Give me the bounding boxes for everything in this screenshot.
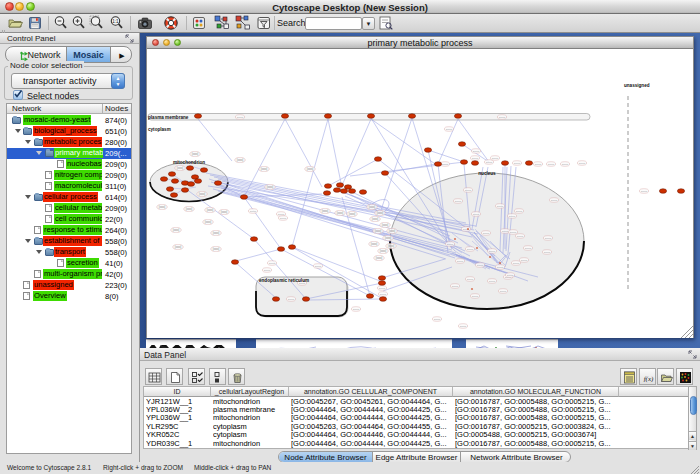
svg-text:[xxxx]: [xxxx] xyxy=(442,163,448,166)
svg-text:nucleus: nucleus xyxy=(478,171,496,176)
svg-text:[xxxx]: [xxxx] xyxy=(460,325,466,328)
svg-text:[xxxx]: [xxxx] xyxy=(525,247,531,250)
svg-text:[xxxx]: [xxxx] xyxy=(261,167,268,171)
svg-text:[xxxx]: [xxxx] xyxy=(517,235,523,238)
svg-text:[xxxx]: [xxxx] xyxy=(497,205,503,208)
svg-text:[xxxx]: [xxxx] xyxy=(551,199,557,202)
svg-text:[xxxx]: [xxxx] xyxy=(382,223,389,227)
svg-text:[xxxx]: [xxxx] xyxy=(380,249,387,253)
svg-text:[xxxx]: [xxxx] xyxy=(473,150,479,153)
svg-text:[xxxx]: [xxxx] xyxy=(213,247,220,251)
svg-text:[xxxx]: [xxxx] xyxy=(237,116,243,119)
svg-text:[xxxx]: [xxxx] xyxy=(465,189,471,192)
svg-text:[xxxx]: [xxxx] xyxy=(467,278,473,281)
svg-text:[xxxx]: [xxxx] xyxy=(486,161,492,164)
svg-text:[xxxx]: [xxxx] xyxy=(388,244,395,248)
svg-text:[xxxx]: [xxxx] xyxy=(221,210,228,214)
svg-text:[xxxx]: [xxxx] xyxy=(492,157,498,160)
svg-text:[xxxx]: [xxxx] xyxy=(372,217,379,221)
svg-text:[xxxx]: [xxxx] xyxy=(507,274,513,277)
svg-text:[xxxx]: [xxxx] xyxy=(173,228,180,232)
svg-text:[xxxx]: [xxxx] xyxy=(177,166,184,170)
svg-text:[xxxx]: [xxxx] xyxy=(267,185,274,189)
svg-text:[xxxx]: [xxxx] xyxy=(375,229,382,233)
svg-text:[xxxx]: [xxxx] xyxy=(353,308,359,311)
svg-text:[xxxx]: [xxxx] xyxy=(205,220,212,224)
svg-text:cytoplasm: cytoplasm xyxy=(148,127,171,132)
svg-text:[xxxx]: [xxxx] xyxy=(513,262,519,265)
svg-text:[xxxx]: [xxxx] xyxy=(457,260,463,263)
svg-text:[xxxx]: [xxxx] xyxy=(499,116,505,119)
svg-text:[xxxx]: [xxxx] xyxy=(514,162,520,165)
svg-text:[xxxx]: [xxxx] xyxy=(516,210,522,213)
svg-text:[xxxx]: [xxxx] xyxy=(489,250,495,253)
svg-text:1:1: 1:1 xyxy=(112,19,119,24)
svg-text:mitochondrion: mitochondrion xyxy=(173,160,205,165)
svg-text:[xxxx]: [xxxx] xyxy=(315,265,321,268)
svg-text:[xxxx]: [xxxx] xyxy=(192,152,199,156)
svg-text:[xxxx]: [xxxx] xyxy=(452,285,458,288)
svg-text:[xxxx]: [xxxx] xyxy=(489,280,495,283)
svg-text:endoplasmic reticulum: endoplasmic reticulum xyxy=(259,278,309,283)
svg-text:[xxxx]: [xxxx] xyxy=(199,192,206,196)
svg-text:[xxxx]: [xxxx] xyxy=(379,287,385,290)
svg-text:[xxxx]: [xxxx] xyxy=(385,236,392,240)
svg-text:[xxxx]: [xxxx] xyxy=(473,213,479,216)
svg-text:[xxxx]: [xxxx] xyxy=(509,215,515,218)
svg-text:unassigned: unassigned xyxy=(624,83,650,88)
svg-text:[xxxx]: [xxxx] xyxy=(349,212,356,216)
svg-text:[xxxx]: [xxxx] xyxy=(472,295,478,298)
svg-text:[xxxx]: [xxxx] xyxy=(455,200,461,203)
svg-text:[xxxx]: [xxxx] xyxy=(510,231,516,234)
svg-text:[xxxx]: [xxxx] xyxy=(483,232,489,235)
svg-text:[xxxx]: [xxxx] xyxy=(380,293,386,296)
svg-text:[xxxx]: [xxxx] xyxy=(159,205,166,209)
svg-text:[xxxx]: [xxxx] xyxy=(446,128,452,131)
svg-text:[xxxx]: [xxxx] xyxy=(477,264,483,267)
svg-text:[xxxx]: [xxxx] xyxy=(337,211,344,215)
svg-text:[xxxx]: [xxxx] xyxy=(250,210,256,213)
svg-text:[xxxx]: [xxxx] xyxy=(237,158,244,162)
svg-text:[xxxx]: [xxxx] xyxy=(369,205,376,209)
svg-text:[xxxx]: [xxxx] xyxy=(497,266,503,269)
svg-text:[xxxx]: [xxxx] xyxy=(389,229,396,233)
svg-text:[xxxx]: [xxxx] xyxy=(521,259,527,262)
svg-text:[xxxx]: [xxxx] xyxy=(641,190,647,193)
svg-text:[xxxx]: [xxxx] xyxy=(467,248,473,251)
svg-text:[xxxx]: [xxxx] xyxy=(544,251,550,254)
svg-text:[xxxx]: [xxxx] xyxy=(207,208,214,212)
svg-text:[xxxx]: [xxxx] xyxy=(377,211,384,215)
svg-text:[xxxx]: [xxxx] xyxy=(535,163,541,166)
svg-text:[xxxx]: [xxxx] xyxy=(264,269,270,272)
svg-text:[xxxx]: [xxxx] xyxy=(371,242,378,246)
svg-text:[xxxx]: [xxxx] xyxy=(500,290,506,293)
svg-text:plasma membrane: plasma membrane xyxy=(148,115,189,120)
svg-text:[xxxx]: [xxxx] xyxy=(434,318,440,321)
svg-text:[xxxx]: [xxxx] xyxy=(472,157,478,160)
svg-text:[xxxx]: [xxxx] xyxy=(269,262,275,265)
svg-text:[xxxx]: [xxxx] xyxy=(579,162,585,165)
svg-text:f(x): f(x) xyxy=(643,374,653,382)
svg-text:[xxxx]: [xxxx] xyxy=(280,217,286,220)
svg-text:[xxxx]: [xxxx] xyxy=(322,209,329,213)
svg-text:[xxxx]: [xxxx] xyxy=(562,163,568,166)
svg-text:[xxxx]: [xxxx] xyxy=(307,167,314,171)
svg-text:[xxxx]: [xxxx] xyxy=(376,256,383,260)
svg-text:[xxxx]: [xxxx] xyxy=(288,298,294,301)
svg-text:[xxxx]: [xxxx] xyxy=(502,230,508,233)
svg-text:[xxxx]: [xxxx] xyxy=(447,243,453,246)
svg-text:[xxxx]: [xxxx] xyxy=(548,163,554,166)
svg-text:[xxxx]: [xxxx] xyxy=(175,245,182,249)
svg-text:[xxxx]: [xxxx] xyxy=(545,237,551,240)
svg-text:[xxxx]: [xxxx] xyxy=(213,231,220,235)
svg-text:[xxxx]: [xxxx] xyxy=(186,207,193,211)
